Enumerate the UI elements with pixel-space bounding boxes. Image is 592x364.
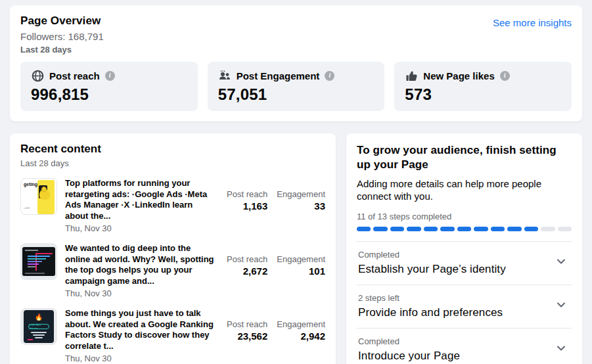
post-metrics: Post reach 2,672 Engagement 101 [227,243,325,298]
engagement-label: Engagement [277,189,325,199]
setup-accordion: Completed Establish your Page’s identity… [357,241,572,364]
recent-content-card: Recent content Last 28 days geting ruSH … [10,133,336,364]
post-row[interactable]: 🔥 5 hot SEO debates Some things you just… [20,308,325,363]
post-reach-value: 1,163 [227,200,267,212]
post-text-block: We wanted to dig deep into the online ad… [65,243,217,298]
recent-content-title: Recent content [20,143,325,156]
grow-title: To grow your audience, finish setting up… [357,143,572,173]
overview-header-text: Page Overview Followers: 168,791 Last 28… [20,14,104,55]
post-reach-value: 2,672 [227,265,267,277]
thumb-up-icon [405,69,418,82]
post-text-block: Some things you just have to talk about.… [65,308,217,363]
grow-subtitle: Adding more details can help more people… [357,177,572,203]
accordion-item-info-preferences[interactable]: 2 steps left Provide info and preference… [357,284,572,328]
metric-card-post-reach[interactable]: Post reach i 996,815 [20,62,198,111]
post-reach-label: Post reach [227,319,267,329]
progress-segment [507,227,521,231]
info-icon[interactable]: i [500,71,510,81]
info-icon[interactable]: i [105,71,115,81]
post-row[interactable]: geting ruSH Top platforms for running yo… [20,178,325,233]
accordion-status: 2 steps left [358,293,503,303]
post-date: Thu, Nov 30 [65,353,217,363]
engagement-label: Engagement [277,319,325,329]
metric-value: 573 [405,85,561,104]
progress-segment [474,227,488,231]
progress-segment [373,227,387,231]
progress-segment [424,227,438,231]
grow-audience-card: To grow your audience, finish setting up… [346,133,582,364]
progress-segment [457,227,471,231]
page-title: Page Overview [20,14,104,28]
post-title: We wanted to dig deep into the online ad… [65,243,217,286]
see-more-insights-link[interactable]: See more insights [493,17,572,28]
progress-segment [390,227,404,231]
engagement-value: 2,942 [277,330,325,342]
date-range-label: Last 28 days [20,45,104,55]
engagement-value: 33 [277,200,325,212]
thumbnail-brand-text: geting [24,182,37,187]
accordion-status: Completed [358,250,506,260]
progress-segment [491,227,505,231]
accordion-title: Establish your Page’s identity [358,263,506,276]
post-title: Some things you just have to talk about.… [65,308,217,352]
accordion-item-page-identity[interactable]: Completed Establish your Page’s identity [357,241,572,284]
post-metrics: Post reach 23,562 Engagement 2,942 [227,308,325,363]
thumbnail-flame-art: 🔥 5 hot SEO debates [24,310,54,343]
recent-content-period: Last 28 days [20,158,325,168]
chevron-down-icon[interactable] [556,343,566,356]
people-icon [218,69,231,82]
post-text-block: Top platforms for running your retargeti… [65,178,217,233]
post-date: Thu, Nov 30 [65,288,217,298]
info-icon[interactable]: i [325,71,334,81]
progress-segment [407,227,421,231]
metric-card-new-page-likes[interactable]: New Page likes i 573 [394,62,572,111]
post-thumbnail[interactable]: 🔥 5 hot SEO debates [20,308,57,345]
bottom-row: Recent content Last 28 days geting ruSH … [10,133,582,364]
chevron-down-icon[interactable] [556,256,566,269]
metric-label: Post reach [49,70,100,81]
metric-cards-row: Post reach i 996,815 Post Engagement i 5… [20,62,572,111]
accordion-title: Introduce your Page [358,350,460,363]
metric-label: New Page likes [423,70,494,81]
progress-bar [357,227,572,231]
progress-segment [558,227,572,231]
thumbnail-chart-art [22,247,55,276]
accordion-item-introduce-page[interactable]: Completed Introduce your Page [357,328,572,364]
post-reach-label: Post reach [227,189,267,199]
metric-card-post-engagement[interactable]: Post Engagement i 57,051 [208,62,385,111]
metric-label: Post Engagement [237,70,320,81]
post-row[interactable]: We wanted to dig deep into the online ad… [20,243,325,298]
accordion-status: Completed [358,336,460,346]
steps-completed-text: 11 of 13 steps completed [357,212,572,221]
followers-count: Followers: 168,791 [20,31,104,42]
accordion-title: Provide info and preferences [358,306,503,319]
page-overview-card: Page Overview Followers: 168,791 Last 28… [10,5,582,122]
globe-icon [31,69,44,82]
post-reach-label: Post reach [227,254,267,264]
engagement-value: 101 [277,265,325,277]
engagement-label: Engagement [277,254,325,264]
flame-icon: 🔥 [35,314,43,321]
progress-segment [524,227,538,231]
post-metrics: Post reach 1,163 Engagement 33 [227,178,325,233]
progress-segment [440,227,454,231]
post-thumbnail[interactable] [20,243,57,280]
post-reach-value: 23,562 [227,330,267,342]
progress-segment [541,227,555,231]
post-title: Top platforms for running your retargeti… [65,178,217,221]
progress-segment [357,227,371,231]
post-thumbnail[interactable]: geting ruSH [20,178,57,215]
metric-value: 996,815 [31,85,187,104]
post-date: Thu, Nov 30 [65,223,217,233]
chevron-down-icon[interactable] [556,300,566,313]
metric-value: 57,051 [218,85,375,104]
overview-header: Page Overview Followers: 168,791 Last 28… [20,14,572,55]
